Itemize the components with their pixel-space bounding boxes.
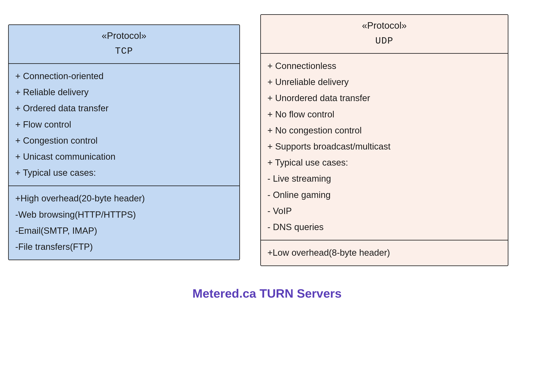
udp-attr-item: + Supports broadcast/multicast (267, 138, 501, 154)
udp-protocol-box: «Protocol» UDP + Connectionless + Unreli… (260, 14, 508, 266)
tcp-attr-item: + Ordered data transfer (15, 100, 233, 116)
tcp-attr-item: + Unicast communication (15, 149, 233, 165)
tcp-attr-item: + Connection-oriented (15, 68, 233, 84)
udp-attr-item: + Typical use cases: (267, 154, 501, 170)
tcp-attr-item: + Reliable delivery (15, 84, 233, 100)
tcp-stereotype: «Protocol» (13, 29, 235, 43)
tcp-header: «Protocol» TCP (9, 25, 239, 64)
udp-op-item: +Low overhead(8-byte header) (267, 244, 501, 261)
tcp-op-item: -Web browsing(HTTP/HTTPS) (15, 206, 233, 223)
tcp-operations: +High overhead(20-byte header) -Web brow… (9, 186, 239, 260)
diagram-container: «Protocol» TCP + Connection-oriented + R… (6, 8, 528, 272)
tcp-attr-item: + Typical use cases: (15, 165, 233, 181)
udp-attr-item: + Unreliable delivery (267, 74, 501, 90)
tcp-name: TCP (13, 44, 235, 58)
footer-caption: Metered.ca TURN Servers (6, 286, 528, 300)
tcp-attr-item: + Flow control (15, 116, 233, 132)
tcp-attributes: + Connection-oriented + Reliable deliver… (9, 64, 239, 186)
udp-operations: +Low overhead(8-byte header) (261, 240, 508, 266)
udp-attr-item: - Online gaming (267, 187, 501, 203)
udp-attributes: + Connectionless + Unreliable delivery +… (261, 54, 508, 240)
udp-name: UDP (265, 34, 504, 48)
udp-attr-item: - Live streaming (267, 170, 501, 187)
udp-attr-item: + Connectionless (267, 58, 501, 74)
udp-attr-item: + No flow control (267, 106, 501, 122)
tcp-attr-item: + Congestion control (15, 132, 233, 149)
udp-attr-item: + No congestion control (267, 122, 501, 138)
tcp-op-item: +High overhead(20-byte header) (15, 190, 233, 206)
udp-stereotype: «Protocol» (265, 19, 504, 33)
udp-attr-item: - DNS queries (267, 219, 501, 235)
tcp-op-item: -File transfers(FTP) (15, 239, 233, 255)
tcp-protocol-box: «Protocol» TCP + Connection-oriented + R… (8, 24, 240, 260)
udp-attr-item: - VoIP (267, 203, 501, 219)
udp-attr-item: + Unordered data transfer (267, 90, 501, 106)
udp-header: «Protocol» UDP (261, 15, 508, 54)
tcp-op-item: -Email(SMTP, IMAP) (15, 223, 233, 239)
